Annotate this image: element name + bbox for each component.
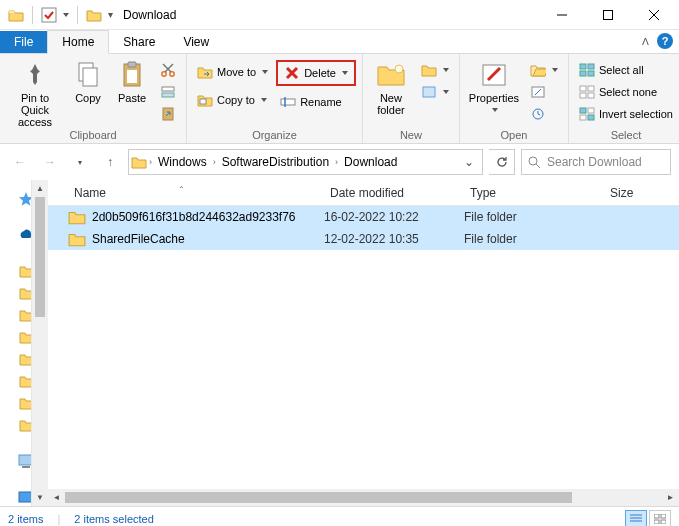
svg-rect-15 — [162, 93, 174, 97]
rename-button[interactable]: Rename — [276, 92, 356, 112]
svg-rect-29 — [580, 71, 586, 76]
svg-rect-37 — [580, 115, 586, 120]
properties-icon — [478, 60, 510, 90]
move-to-icon — [197, 64, 213, 80]
column-name[interactable]: Name⌃ — [68, 186, 324, 200]
delete-button-highlighted: Delete — [276, 60, 356, 86]
ribbon-tabs: File Home Share View ᐱ ? — [0, 30, 679, 54]
column-headers: Name⌃ Date modified Type Size — [48, 180, 679, 206]
select-all-button[interactable]: Select all — [575, 60, 677, 80]
svg-rect-34 — [588, 93, 594, 98]
svg-rect-14 — [162, 87, 174, 91]
address-bar[interactable]: › Windows› SoftwareDistribution› Downloa… — [128, 149, 483, 175]
file-date: 16-02-2022 10:22 — [324, 210, 464, 224]
svg-rect-36 — [588, 108, 594, 113]
move-to-button[interactable]: Move to — [193, 62, 272, 82]
qat-overflow-icon[interactable]: ▾ — [108, 9, 113, 20]
delete-x-icon — [284, 65, 300, 81]
breadcrumb-segment[interactable]: SoftwareDistribution — [218, 155, 333, 169]
copy-to-icon — [197, 92, 213, 108]
history-button[interactable] — [526, 104, 562, 124]
search-placeholder: Search Download — [547, 155, 642, 169]
open-icon — [530, 62, 546, 78]
content-area: ▲▼ Name⌃ Date modified Type Size 2d0b509… — [0, 180, 679, 506]
pin-icon — [19, 60, 51, 90]
qat-dropdown-icon[interactable] — [63, 13, 69, 17]
search-icon — [528, 156, 541, 169]
column-size[interactable]: Size — [604, 186, 664, 200]
tab-home[interactable]: Home — [47, 30, 109, 54]
forward-button[interactable]: → — [38, 150, 62, 174]
invert-selection-icon — [579, 106, 595, 122]
breadcrumb-segment[interactable]: Windows — [154, 155, 211, 169]
address-dropdown-icon[interactable]: ⌄ — [458, 155, 480, 169]
select-all-icon — [579, 62, 595, 78]
ribbon-collapse-icon[interactable]: ᐱ — [642, 36, 649, 47]
open-button[interactable] — [526, 60, 562, 80]
svg-rect-31 — [580, 86, 586, 91]
cut-button[interactable] — [156, 60, 180, 80]
svg-rect-50 — [661, 520, 666, 524]
search-input[interactable]: Search Download — [521, 149, 671, 175]
select-none-button[interactable]: Select none — [575, 82, 677, 102]
file-name: 2d0b509f616f31b8d244632ad9233f76 — [92, 210, 324, 224]
column-type[interactable]: Type — [464, 186, 604, 200]
svg-rect-2 — [604, 10, 613, 19]
edit-button[interactable] — [526, 82, 562, 102]
help-icon[interactable]: ? — [657, 33, 673, 49]
group-select: Select all Select none Invert selection … — [569, 54, 679, 143]
file-row[interactable]: SharedFileCache12-02-2022 10:35File fold… — [48, 228, 679, 250]
folder-icon — [131, 155, 147, 169]
delete-button[interactable]: Delete — [280, 63, 352, 83]
history-icon — [530, 106, 546, 122]
recent-locations-button[interactable]: ▾ — [68, 150, 92, 174]
svg-rect-20 — [281, 99, 295, 105]
tab-view[interactable]: View — [169, 31, 223, 53]
tab-share[interactable]: Share — [109, 31, 169, 53]
up-button[interactable]: ↑ — [98, 150, 122, 174]
thumbnails-view-button[interactable] — [649, 510, 671, 527]
new-folder-icon — [375, 60, 407, 90]
copy-to-button[interactable]: Copy to — [193, 90, 272, 110]
navigation-bar: ← → ▾ ↑ › Windows› SoftwareDistribution›… — [0, 144, 679, 180]
paste-button[interactable]: Paste — [112, 58, 152, 104]
details-view-button[interactable] — [625, 510, 647, 527]
group-label-open: Open — [460, 129, 568, 143]
svg-rect-17 — [200, 99, 206, 104]
group-label-organize: Organize — [187, 129, 362, 143]
sidebar-scrollbar[interactable]: ▲▼ — [31, 180, 48, 506]
group-open: Properties Open — [460, 54, 569, 143]
close-button[interactable] — [631, 0, 677, 30]
copy-button[interactable]: Copy — [68, 58, 108, 104]
svg-rect-49 — [654, 520, 659, 524]
back-button[interactable]: ← — [8, 150, 32, 174]
copy-icon — [72, 60, 104, 90]
folder-icon — [68, 231, 86, 247]
pin-to-quick-access-button[interactable]: Pin to Quick access — [6, 58, 64, 128]
svg-point-39 — [529, 157, 537, 165]
folder-icon — [68, 209, 86, 225]
copy-path-button[interactable] — [156, 82, 180, 102]
file-name: SharedFileCache — [92, 232, 324, 246]
new-item-button[interactable] — [417, 60, 453, 80]
horizontal-scrollbar[interactable]: ◄► — [48, 489, 679, 506]
column-date[interactable]: Date modified — [324, 186, 464, 200]
invert-selection-button[interactable]: Invert selection — [575, 104, 677, 124]
breadcrumb-segment[interactable]: Download — [340, 155, 401, 169]
refresh-button[interactable] — [489, 149, 515, 175]
svg-rect-8 — [128, 62, 136, 67]
checkbox-icon[interactable] — [41, 7, 57, 23]
new-folder-button[interactable]: New folder — [369, 58, 413, 116]
svg-rect-30 — [588, 71, 594, 76]
group-organize: Move to Copy to Delete Rename Organize — [187, 54, 363, 143]
svg-rect-0 — [42, 8, 56, 22]
properties-button[interactable]: Properties — [466, 58, 522, 112]
minimize-button[interactable] — [539, 0, 585, 30]
file-row[interactable]: 2d0b509f616f31b8d244632ad9233f7616-02-20… — [48, 206, 679, 228]
svg-rect-23 — [423, 87, 435, 97]
paste-shortcut-button[interactable] — [156, 104, 180, 124]
tab-file[interactable]: File — [0, 31, 47, 53]
maximize-button[interactable] — [585, 0, 631, 30]
group-label-new: New — [363, 129, 459, 143]
easy-access-button[interactable] — [417, 82, 453, 102]
